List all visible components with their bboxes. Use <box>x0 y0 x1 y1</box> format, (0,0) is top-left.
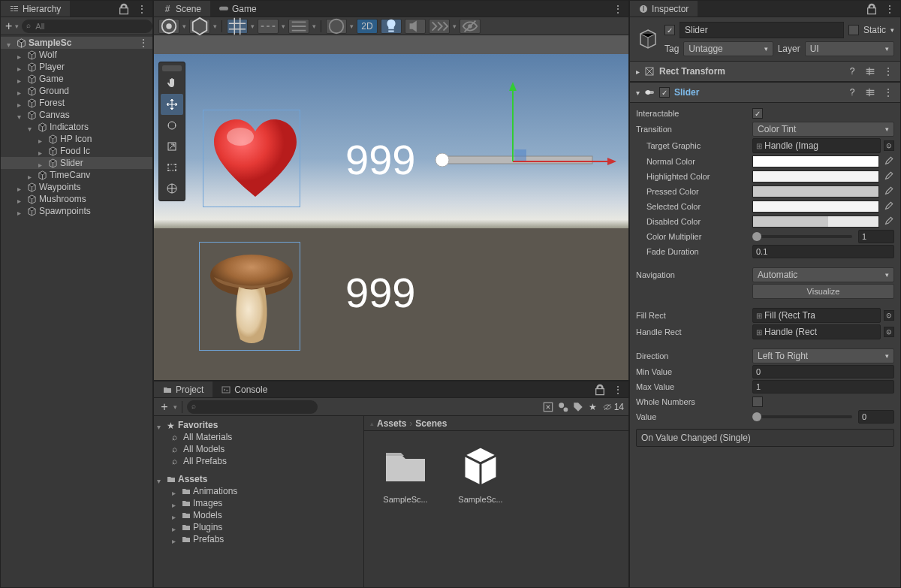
favorite-item[interactable]: ⌕All Prefabs <box>154 455 363 467</box>
rect-tool[interactable] <box>161 157 183 178</box>
project-tab[interactable]: Project <box>154 381 212 397</box>
transform-tool[interactable] <box>161 178 183 199</box>
component-enabled-checkbox[interactable] <box>659 87 670 98</box>
expand-icon[interactable] <box>17 75 25 83</box>
eyedropper-icon[interactable] <box>882 170 894 182</box>
object-picker-icon[interactable]: ⊙ <box>884 140 894 151</box>
scene-tab[interactable]: # Scene <box>154 1 210 17</box>
hierarchy-item[interactable]: Wolf <box>1 49 152 61</box>
expand-icon[interactable] <box>38 147 46 155</box>
expand-icon[interactable] <box>17 99 25 107</box>
pressed-color-swatch[interactable] <box>752 185 879 198</box>
scene-root-item[interactable]: SampleSc ⋮ <box>1 37 152 49</box>
color-multiplier-input[interactable] <box>858 230 894 243</box>
favorites-header[interactable]: ★ Favorites <box>154 419 363 431</box>
static-dropdown-icon[interactable]: ▾ <box>890 26 894 34</box>
scene-viewport[interactable]: 999 999 <box>154 35 628 380</box>
object-picker-icon[interactable]: ⊙ <box>884 310 894 321</box>
expand-icon[interactable] <box>17 183 25 191</box>
hand-tool[interactable] <box>161 73 183 94</box>
expand-icon[interactable] <box>17 51 25 59</box>
expand-icon[interactable]: ▾ <box>636 89 640 97</box>
expand-icon[interactable] <box>17 87 25 95</box>
preset-icon[interactable] <box>864 65 876 77</box>
hierarchy-item[interactable]: Slider <box>1 157 152 169</box>
folder-item[interactable]: Prefabs <box>154 533 363 545</box>
tag-icon[interactable] <box>572 401 584 413</box>
hierarchy-item[interactable]: Game <box>1 73 152 85</box>
color-multiplier-slider[interactable] <box>752 235 852 238</box>
min-value-input[interactable] <box>752 365 894 378</box>
event-header[interactable]: On Value Changed (Single) <box>636 429 894 447</box>
draw-dropdown-icon[interactable]: ▾ <box>213 23 217 30</box>
move-gizmo[interactable] <box>499 80 619 178</box>
move-tool[interactable] <box>161 94 183 115</box>
favorite-item[interactable]: ⌕All Models <box>154 443 363 455</box>
console-tab[interactable]: Console <box>212 381 276 397</box>
hierarchy-item[interactable]: Mushrooms <box>1 193 152 205</box>
breadcrumb-item[interactable]: Scenes <box>415 418 447 429</box>
tool-palette-handle[interactable] <box>162 65 182 71</box>
expand-icon[interactable] <box>172 487 179 495</box>
draw-mode-button[interactable] <box>189 19 210 34</box>
inspector-tab[interactable]: i Inspector <box>630 1 698 17</box>
hierarchy-search-input[interactable] <box>22 20 152 33</box>
help-icon[interactable]: ? <box>846 65 858 77</box>
scene-kebab-icon[interactable]: ⋮ <box>612 3 624 15</box>
add-button[interactable]: + <box>158 401 170 413</box>
expand-icon[interactable] <box>157 475 164 483</box>
visualize-button[interactable]: Visualize <box>752 284 894 299</box>
expand-icon[interactable] <box>172 535 179 543</box>
heart-sprite[interactable] <box>210 118 300 201</box>
add-dropdown-icon[interactable]: ▾ <box>15 23 19 30</box>
whole-numbers-checkbox[interactable] <box>752 397 763 407</box>
expand-icon[interactable] <box>28 123 35 131</box>
hierarchy-item[interactable]: Waypoints <box>1 181 152 193</box>
scene-camera-button[interactable] <box>326 19 347 34</box>
expand-icon[interactable] <box>28 171 35 179</box>
folder-item[interactable]: Images <box>154 497 363 509</box>
expand-icon[interactable] <box>172 511 179 519</box>
expand-icon[interactable] <box>17 63 25 71</box>
mushroom-sprite[interactable] <box>203 246 300 347</box>
hierarchy-item[interactable]: Ground <box>1 85 152 97</box>
hierarchy-item[interactable]: Spawnpoints <box>1 205 152 217</box>
active-checkbox[interactable] <box>664 25 675 35</box>
star-icon[interactable]: ★ <box>587 401 599 413</box>
expand-icon[interactable] <box>17 195 25 203</box>
kebab-menu-icon[interactable]: ⋮ <box>884 3 896 15</box>
expand-icon[interactable] <box>172 499 179 507</box>
eyedropper-icon[interactable] <box>882 216 894 228</box>
disabled-color-swatch[interactable] <box>752 216 879 228</box>
value-slider[interactable] <box>752 415 852 418</box>
fade-duration-input[interactable] <box>752 245 894 258</box>
value-input[interactable] <box>858 410 894 424</box>
project-search-input[interactable] <box>187 400 318 414</box>
lock-icon[interactable] <box>118 3 130 15</box>
favorite-item[interactable]: ⌕All Materials <box>154 431 363 443</box>
breadcrumb-item[interactable]: Assets <box>377 418 406 429</box>
kebab-menu-icon[interactable]: ⋮ <box>882 86 894 98</box>
hierarchy-item[interactable]: Indicators <box>1 121 152 133</box>
normal-color-swatch[interactable] <box>752 155 879 167</box>
expand-icon[interactable] <box>157 421 164 429</box>
tag-dropdown[interactable]: Untagge <box>683 41 773 56</box>
expand-icon[interactable]: ▸ <box>636 68 640 76</box>
eyedropper-icon[interactable] <box>882 155 894 167</box>
search-by-type-icon[interactable] <box>542 401 554 413</box>
shading-dropdown-icon[interactable]: ▾ <box>182 23 186 30</box>
grid-dropdown-icon[interactable]: ▾ <box>251 23 255 30</box>
handle-rect-field[interactable]: Handle (Rect <box>752 324 881 339</box>
folder-item[interactable]: Models <box>154 509 363 521</box>
hierarchy-item[interactable]: HP Icon <box>1 133 152 145</box>
scene-asset[interactable]: SampleSc... <box>450 442 511 576</box>
gameobject-name-input[interactable] <box>680 22 844 38</box>
navigation-dropdown[interactable]: Automatic <box>752 267 894 282</box>
search-by-label-icon[interactable] <box>557 401 569 413</box>
effects-button[interactable] <box>429 19 450 34</box>
direction-dropdown[interactable]: Left To Right <box>752 348 894 363</box>
lock-icon[interactable] <box>594 384 606 396</box>
transition-dropdown[interactable]: Color Tint <box>752 122 894 137</box>
hierarchy-item[interactable]: Forest <box>1 97 152 109</box>
2d-toggle-button[interactable]: 2D <box>357 19 378 34</box>
